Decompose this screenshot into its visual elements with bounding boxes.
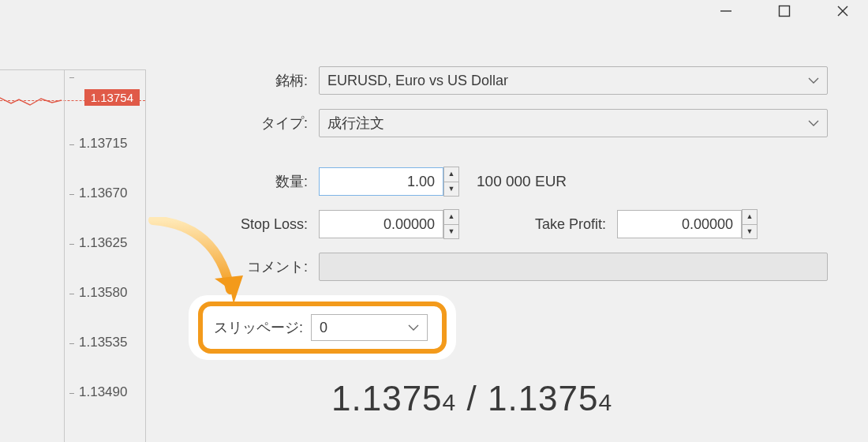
stoploss-spin-down[interactable]: ▼ — [443, 224, 459, 240]
slippage-value: 0 — [320, 320, 327, 336]
volume-unit: 100 000 EUR — [477, 173, 567, 190]
price-sparkline — [0, 95, 62, 109]
takeprofit-label: Take Profit: — [459, 216, 617, 233]
stoploss-input[interactable]: 0.00000 — [319, 210, 443, 238]
type-select[interactable]: 成行注文 — [319, 109, 828, 137]
chevron-down-icon — [408, 324, 419, 332]
slippage-highlight: スリッページ: 0 — [189, 295, 456, 360]
volume-input[interactable]: 1.00 — [319, 167, 443, 196]
volume-spin-down[interactable]: ▼ — [443, 182, 459, 197]
tick-label: 1.13580 — [79, 285, 127, 301]
comment-input[interactable] — [319, 253, 828, 281]
chevron-down-icon — [808, 119, 819, 127]
tick-label: 1.13715 — [79, 136, 127, 152]
close-button[interactable] — [815, 0, 868, 24]
takeprofit-spin-up[interactable]: ▲ — [742, 209, 758, 224]
stoploss-label: Stop Loss: — [181, 216, 319, 233]
type-label: タイプ: — [181, 114, 319, 133]
svg-rect-1 — [780, 6, 790, 16]
chevron-down-icon — [808, 77, 819, 84]
takeprofit-spin-down[interactable]: ▼ — [742, 224, 758, 240]
type-value: 成行注文 — [327, 114, 384, 133]
order-form: 銘柄: EURUSD, Euro vs US Dollar タイプ: 成行注文 … — [181, 65, 844, 294]
slippage-select[interactable]: 0 — [311, 314, 428, 341]
takeprofit-input[interactable]: 0.00000 — [617, 210, 742, 238]
titlebar — [0, 0, 868, 28]
volume-spin-up[interactable]: ▲ — [443, 167, 459, 182]
minimize-button[interactable] — [698, 0, 754, 24]
chart-y-axis: 1.13754 1.13715 1.13670 1.13625 1.13580 … — [64, 70, 145, 442]
maximize-button[interactable] — [757, 0, 812, 24]
tick-label: 1.13625 — [79, 235, 127, 251]
volume-label: 数量: — [181, 172, 319, 191]
price-quote: 1.13754 / 1.13754 — [331, 379, 612, 418]
tick-label: 1.13535 — [79, 335, 127, 350]
symbol-value: EURUSD, Euro vs US Dollar — [327, 73, 508, 89]
tick-label: 1.13670 — [79, 185, 127, 201]
comment-label: コメント: — [181, 257, 319, 276]
price-chart-panel: 1.13754 1.13715 1.13670 1.13625 1.13580 … — [0, 69, 146, 442]
symbol-select[interactable]: EURUSD, Euro vs US Dollar — [319, 66, 828, 95]
symbol-label: 銘柄: — [181, 71, 319, 90]
current-price-flag: 1.13754 — [84, 89, 140, 106]
tick-label: 1.13490 — [79, 384, 127, 400]
slippage-label: スリッページ: — [214, 318, 303, 337]
stoploss-spin-up[interactable]: ▲ — [443, 209, 459, 224]
